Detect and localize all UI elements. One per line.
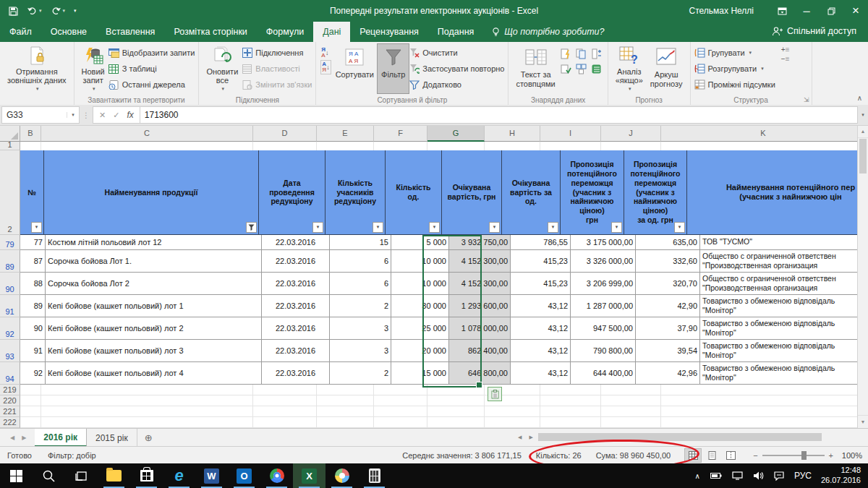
battery-icon[interactable] [705, 463, 727, 488]
column-header-H[interactable]: H [485, 125, 540, 142]
cell-C1[interactable] [41, 142, 253, 150]
cell-B90[interactable]: 88 [20, 273, 46, 295]
cell-K94[interactable]: Товариство з обмеженою відповідаль "Моні… [700, 362, 868, 385]
cell-G1[interactable] [427, 142, 485, 150]
cell-H91[interactable]: 43,12 [511, 295, 571, 317]
cell-F90[interactable]: 10 000 [391, 273, 449, 295]
data-validation-icon[interactable] [559, 61, 574, 76]
column-header-B[interactable]: B [20, 125, 41, 142]
column-header-I[interactable]: I [540, 125, 601, 142]
taskbar-word[interactable]: W [195, 463, 228, 488]
cell-E221[interactable] [317, 406, 374, 417]
row-header-1[interactable]: 1 [0, 142, 20, 150]
cell-D1[interactable] [253, 142, 317, 150]
prev-sheet-icon[interactable]: ◀ [10, 435, 14, 441]
ribbon-display-options-button[interactable] [770, 0, 794, 22]
taskbar-outlook[interactable]: O [228, 463, 260, 488]
row-header-94[interactable]: 94 [0, 362, 20, 385]
cell-K90[interactable]: Общество с ограниченной ответствен "Прои… [700, 273, 868, 295]
consolidate-icon[interactable] [574, 61, 589, 76]
taskbar-clock[interactable]: 12:48 26.07.2016 [817, 466, 868, 486]
normal-view-button[interactable] [685, 449, 701, 462]
redo-caret-icon[interactable]: ▾ [63, 8, 66, 14]
cell-F91[interactable]: 30 000 [391, 295, 449, 317]
cell-G220[interactable] [427, 395, 485, 406]
cell-H90[interactable]: 415,23 [511, 273, 571, 295]
cell-D92[interactable]: 22.03.2016 [262, 317, 330, 340]
cell-D222[interactable] [253, 417, 317, 428]
zoom-level[interactable]: 100% [838, 451, 862, 460]
refresh-all-button[interactable]: Оновити все ▾ [203, 44, 242, 93]
cell-J221[interactable] [601, 406, 661, 417]
row-header-79[interactable]: 79 [0, 235, 20, 250]
show-queries-button[interactable]: Відобразити запити [109, 46, 195, 60]
horizontal-scroll-thumb[interactable] [538, 433, 822, 441]
cell-F219[interactable] [374, 385, 427, 395]
cell-F94[interactable]: 15 000 [391, 362, 449, 385]
remove-duplicates-icon[interactable] [574, 46, 589, 61]
filter-dropdown-icon[interactable]: ▼ [611, 222, 622, 233]
cell-I219[interactable] [540, 385, 601, 395]
cancel-entry-icon[interactable]: ✕ [99, 111, 106, 120]
cell-B222[interactable] [20, 417, 41, 428]
network-icon[interactable] [727, 463, 748, 488]
cell-H79[interactable]: 786,55 [511, 235, 571, 250]
formula-input[interactable]: 1713600 [140, 106, 858, 124]
cell-K219[interactable] [661, 385, 866, 395]
get-external-data-button[interactable]: Отримання зовнішніх даних ▾ [4, 44, 70, 93]
cell-H1[interactable] [485, 142, 540, 150]
taskbar-chrome[interactable] [260, 463, 293, 488]
header-cell-H[interactable]: Очікувана вартість за од.▼ [502, 150, 561, 235]
insert-function-icon[interactable]: fx [127, 110, 133, 120]
search-button[interactable] [33, 463, 65, 488]
row-header-92[interactable]: 92 [0, 317, 20, 340]
undo-button[interactable]: ▾ [27, 7, 42, 15]
cell-F220[interactable] [374, 395, 427, 406]
advanced-filter-button[interactable]: Додатково [409, 77, 504, 92]
header-cell-K[interactable]: Найменування потенційного пер (учасник з… [687, 150, 868, 235]
clear-filter-button[interactable]: Очистити [409, 46, 504, 60]
cell-E90[interactable]: 6 [330, 273, 391, 295]
column-header-D[interactable]: D [253, 125, 317, 142]
cell-I92[interactable]: 947 500,00 [571, 317, 636, 340]
header-cell-C[interactable]: Найменування продукції [44, 150, 259, 235]
cell-J93[interactable]: 39,54 [636, 340, 700, 362]
row-header-222[interactable]: 222 [0, 417, 20, 428]
cell-G94[interactable]: 646 800,00 [449, 362, 511, 385]
sheet-tab-2015[interactable]: 2015 рік [87, 429, 137, 447]
cell-G219[interactable] [427, 385, 485, 395]
cell-D220[interactable] [253, 395, 317, 406]
cell-B92[interactable]: 90 [20, 317, 46, 340]
cell-F221[interactable] [374, 406, 427, 417]
cell-C92[interactable]: Кепі бойове (кашкет польовий) лот 2 [46, 317, 262, 340]
cell-C219[interactable] [41, 385, 253, 395]
cell-B221[interactable] [20, 406, 41, 417]
cell-C90[interactable]: Сорочка бойова Лот 2 [46, 273, 262, 295]
cell-H89[interactable]: 415,23 [511, 250, 571, 273]
cell-E91[interactable]: 2 [330, 295, 391, 317]
row-header-2[interactable]: 2 [0, 150, 20, 235]
row-header-90[interactable]: 90 [0, 273, 20, 295]
edit-links-button[interactable]: Змінити зв'язки [242, 77, 312, 92]
cell-F89[interactable]: 10 000 [391, 250, 449, 273]
show-detail-button[interactable]: +≡ [781, 46, 790, 53]
cell-C93[interactable]: Кепі бойове (кашкет польовий) лот 3 [46, 340, 262, 362]
row-header-93[interactable]: 93 [0, 340, 20, 362]
cell-J220[interactable] [601, 395, 661, 406]
cell-J219[interactable] [601, 385, 661, 395]
cell-D79[interactable]: 22.03.2016 [262, 235, 330, 250]
save-button[interactable] [9, 7, 18, 16]
cell-I89[interactable]: 3 326 000,00 [571, 250, 636, 273]
cell-D219[interactable] [253, 385, 317, 395]
cell-D93[interactable]: 22.03.2016 [262, 340, 330, 362]
filter-dropdown-icon[interactable]: ▼ [31, 222, 42, 233]
cell-F93[interactable]: 20 000 [391, 340, 449, 362]
taskbar-internet-explorer[interactable]: e [163, 463, 195, 488]
sort-az-button[interactable]: ЯА↓ [321, 47, 330, 59]
cell-I1[interactable] [540, 142, 601, 150]
close-button[interactable]: × [843, 0, 868, 22]
filter-dropdown-icon[interactable]: ▼ [373, 222, 383, 233]
filter-dropdown-icon[interactable]: ▼ [429, 222, 440, 233]
task-view-button[interactable] [65, 463, 98, 488]
minimize-button[interactable]: ─ [794, 0, 819, 22]
